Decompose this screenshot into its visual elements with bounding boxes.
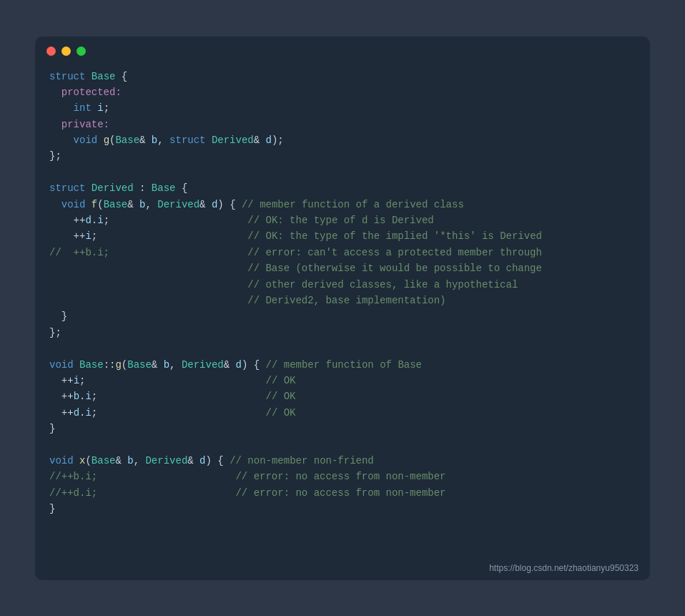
code-line	[49, 165, 636, 180]
close-button[interactable]	[46, 47, 56, 56]
code-line: }	[49, 308, 636, 324]
code-line: ++d.i; // OK	[49, 405, 636, 421]
code-line: ++b.i; // OK	[49, 388, 636, 404]
code-line: ++i; // OK: the type of the implied '*th…	[49, 228, 636, 244]
code-line: // Derived2, base implementation)	[49, 293, 636, 308]
code-line: //++b.i; // error: no access from non-me…	[49, 469, 636, 484]
code-line: struct Derived : Base {	[49, 180, 636, 196]
code-line: void x(Base& b, Derived& d) { // non-mem…	[49, 453, 636, 469]
code-line: int i;	[49, 100, 636, 116]
code-window: struct Base { protected: int i; private:…	[35, 36, 650, 580]
code-line: protected:	[49, 84, 636, 100]
minimize-button[interactable]	[61, 47, 71, 56]
code-line: ++i; // OK	[49, 373, 636, 388]
code-line: };	[49, 148, 636, 164]
titlebar	[35, 36, 650, 63]
code-line	[49, 436, 636, 452]
code-line: //++d.i; // error: no access from non-me…	[49, 485, 636, 501]
code-line: };	[49, 325, 636, 341]
code-editor: struct Base { protected: int i; private:…	[35, 63, 650, 529]
code-line: ++d.i; // OK: the type of d is Derived	[49, 212, 636, 228]
code-line: // other derived classes, like a hypothe…	[49, 277, 636, 293]
code-line: struct Base {	[49, 69, 636, 84]
maximize-button[interactable]	[77, 47, 86, 56]
code-line: void g(Base& b, struct Derived& d);	[49, 132, 636, 148]
code-line: // Base (otherwise it would be possible …	[49, 260, 636, 276]
code-line: private:	[49, 117, 636, 132]
code-line: }	[49, 421, 636, 436]
code-line: void f(Base& b, Derived& d) { // member …	[49, 197, 636, 212]
code-line	[49, 341, 636, 356]
code-line: // ++b.i; // error: can't access a prote…	[49, 245, 636, 260]
code-line: void Base::g(Base& b, Derived& d) { // m…	[49, 357, 636, 373]
watermark: https://blog.csdn.net/zhaotianyu950323	[489, 563, 639, 573]
code-line: }	[49, 501, 636, 517]
